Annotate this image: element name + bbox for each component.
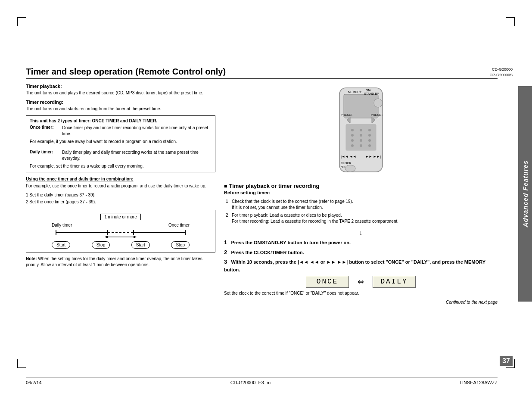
note-section: Note: When the setting times for the dai… bbox=[26, 256, 215, 268]
left-column: Timer playback: The unit turns on and pl… bbox=[26, 84, 215, 305]
stop-btn-1: Stop bbox=[92, 241, 110, 249]
timer-recording-body: The unit turns on and starts recording f… bbox=[26, 106, 215, 112]
svg-point-24 bbox=[351, 134, 354, 137]
page-number: 37 bbox=[500, 356, 513, 366]
side-tab-text: Advanced Features bbox=[522, 160, 529, 227]
side-tab: Advanced Features bbox=[518, 86, 532, 302]
daily-timer-diag-label: Daily timer bbox=[52, 223, 72, 227]
set-clock-note: Set the clock to the correct time if "ON… bbox=[224, 290, 498, 296]
daily-timer-note: For example, set the timer as a wake up … bbox=[30, 163, 212, 169]
corner-mark-tl bbox=[17, 17, 26, 26]
svg-point-22 bbox=[360, 129, 362, 131]
svg-point-21 bbox=[351, 129, 354, 131]
corner-mark-tr bbox=[506, 17, 515, 26]
combo-body: For example, use the once timer to recor… bbox=[26, 183, 215, 189]
daily-timer-label: Daily timer: bbox=[30, 149, 62, 162]
diagram-inner: 1 minute or more Daily timer Once timer bbox=[31, 214, 211, 249]
timer-diagram: 1 minute or more Daily timer Once timer bbox=[26, 210, 215, 252]
footer-date: 06/2/14 bbox=[26, 380, 42, 385]
lcd-once: ONCE bbox=[306, 276, 349, 288]
step-row-1: 1 Check that the clock is set to the cor… bbox=[224, 198, 498, 212]
svg-point-26 bbox=[368, 134, 371, 137]
svg-point-27 bbox=[351, 139, 354, 142]
bold-step-2: 2 Press the CLOCK/TIMER button. bbox=[224, 248, 498, 257]
svg-point-32 bbox=[368, 144, 371, 147]
bold-step3-num: 3 bbox=[224, 258, 227, 265]
step1-text: Check that the clock is set to the corre… bbox=[230, 198, 498, 212]
stop-btn-2: Stop bbox=[171, 241, 190, 249]
continued-text: Continued to the next page bbox=[224, 300, 498, 305]
timeline-svg bbox=[52, 228, 190, 241]
svg-point-37 bbox=[345, 165, 355, 172]
step2-text: For timer playback: Load a cassette or d… bbox=[230, 212, 498, 225]
once-timer-row: Once timer: Once timer play and once tim… bbox=[30, 125, 212, 137]
bold-step3-text: Within 10 seconds, press the |◄◄ ◄◄ or ►… bbox=[224, 259, 485, 272]
daily-timer-row: Daily timer: Daily timer play and daily … bbox=[30, 149, 212, 162]
note-body: When the setting times for the daily tim… bbox=[26, 256, 202, 267]
svg-point-25 bbox=[360, 134, 362, 137]
svg-point-29 bbox=[368, 139, 371, 142]
svg-text:PRESET: PRESET bbox=[371, 113, 383, 116]
combo-steps: 1 Set the daily timer (pages 37 - 39). 2… bbox=[26, 192, 215, 206]
step2-num: 2 bbox=[224, 212, 230, 225]
timer-recording-title: Timer recording: bbox=[26, 100, 215, 105]
corner-mark-bl bbox=[17, 359, 26, 368]
display-row: ONCE ⇔ DAILY bbox=[224, 276, 498, 288]
page-title: Timer and sleep operation (Remote Contro… bbox=[26, 67, 498, 79]
footer: 06/2/14 CD-G20000_E3.fm TINSEA128AWZZ bbox=[26, 377, 498, 385]
arrow-label-container: 1 minute or more bbox=[100, 214, 141, 220]
note-title: Note: bbox=[26, 256, 37, 261]
timer-pb-title: ■ Timer playback or timer recording bbox=[224, 183, 498, 189]
svg-text:ON/: ON/ bbox=[366, 89, 371, 92]
lcd-daily: DAILY bbox=[373, 276, 416, 288]
start-btn-2: Start bbox=[131, 241, 150, 249]
arrow-label: 1 minute or more bbox=[100, 214, 141, 220]
start-stop-buttons: Start Stop Start Stop bbox=[52, 241, 190, 249]
once-timer-label: Once timer: bbox=[30, 125, 62, 137]
svg-point-31 bbox=[360, 144, 362, 147]
once-timer-desc: Once timer play and once timer recording… bbox=[62, 125, 212, 137]
svg-point-23 bbox=[368, 129, 371, 131]
right-column: MEMORY ON/ STAND-BY PRESET PRESET bbox=[224, 84, 498, 305]
timer-playback-body: The unit turns on and plays the desired … bbox=[26, 90, 215, 96]
combo-step1: 1 Set the daily timer (pages 37 - 39). bbox=[26, 192, 215, 199]
remote-svg: MEMORY ON/ STAND-BY PRESET PRESET bbox=[324, 84, 398, 178]
svg-point-30 bbox=[351, 144, 354, 147]
bold-step-3: 3 Within 10 seconds, press the |◄◄ ◄◄ or… bbox=[224, 258, 498, 273]
svg-marker-8 bbox=[105, 236, 108, 238]
footer-code: TINSEA128AWZZ bbox=[459, 380, 498, 385]
timer-playback-title: Timer playback: bbox=[26, 84, 215, 89]
main-content: Timer and sleep operation (Remote Contro… bbox=[26, 67, 498, 368]
svg-text:PRESET: PRESET bbox=[341, 113, 353, 116]
bold-step1-text: Press the ON/STAND-BY button to turn the… bbox=[231, 240, 351, 245]
svg-text:►► ►►|: ►► ►►| bbox=[365, 155, 381, 159]
svg-point-28 bbox=[360, 139, 362, 142]
timer-pb-subtitle: Before setting timer: bbox=[224, 190, 498, 195]
footer-filename: CD-G20000_E3.fm bbox=[230, 380, 271, 385]
bold-step1-num: 1 bbox=[224, 239, 227, 246]
once-timer-diag-label: Once timer bbox=[168, 223, 190, 227]
step-row-2: 2 For timer playback: Load a cassette or… bbox=[224, 212, 498, 225]
info-box-title: This unit has 2 types of timer: ONCE TIM… bbox=[30, 118, 212, 123]
combo-title: Using the once timer and daily timer in … bbox=[26, 177, 215, 181]
svg-point-15 bbox=[374, 99, 383, 107]
svg-marker-9 bbox=[134, 236, 137, 238]
steps-table: 1 Check that the clock is set to the cor… bbox=[224, 198, 498, 225]
daily-timer-desc: Daily timer play and daily timer recordi… bbox=[62, 149, 212, 162]
svg-text:MEMORY: MEMORY bbox=[348, 90, 362, 93]
bold-step2-num: 2 bbox=[224, 249, 227, 255]
arrow-symbol: ⇔ bbox=[358, 277, 364, 286]
bold-step2-text: Press the CLOCK/TIMER button. bbox=[231, 250, 304, 255]
svg-text:STAND-BY: STAND-BY bbox=[364, 92, 379, 95]
svg-text:|◄◄ ◄◄: |◄◄ ◄◄ bbox=[341, 155, 356, 159]
remote-container: MEMORY ON/ STAND-BY PRESET PRESET bbox=[224, 84, 498, 178]
start-btn-1: Start bbox=[52, 241, 70, 249]
combo-step2: 2 Set the once timer (pages 37 - 39). bbox=[26, 199, 215, 206]
two-col-layout: Timer playback: The unit turns on and pl… bbox=[26, 84, 498, 305]
info-box: This unit has 2 types of timer: ONCE TIM… bbox=[26, 115, 215, 172]
svg-text:CLOCK: CLOCK bbox=[341, 162, 351, 165]
arrow-down: ↓ bbox=[224, 229, 498, 237]
once-timer-note: For example, if you are away but want to… bbox=[30, 139, 212, 145]
step1-num: 1 bbox=[224, 198, 230, 212]
bold-step-1: 1 Press the ON/STAND-BY button to turn t… bbox=[224, 238, 498, 247]
